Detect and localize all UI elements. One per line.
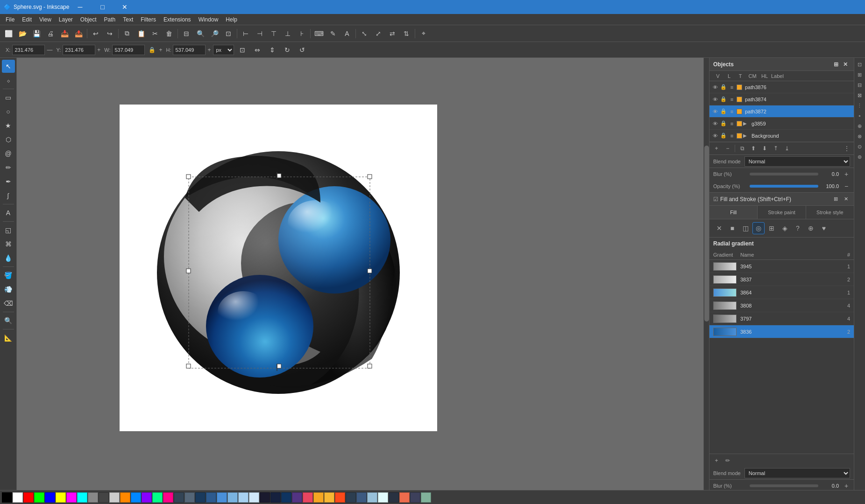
- fill-flat-button[interactable]: ■: [726, 222, 738, 234]
- transform-button[interactable]: ⤡: [358, 27, 371, 40]
- v-scrollbar[interactable]: [703, 58, 709, 497]
- handle-tc[interactable]: [277, 174, 281, 178]
- dropper-tool[interactable]: 💧: [2, 252, 15, 265]
- grad-row-3836[interactable]: 3836 2: [709, 325, 854, 338]
- menu-view[interactable]: View: [35, 15, 55, 24]
- unit-select[interactable]: px mm cm in pt: [213, 45, 234, 55]
- save-button[interactable]: 💾: [30, 27, 43, 40]
- transform3-button[interactable]: ⇄: [386, 27, 399, 40]
- redo-button[interactable]: ↪: [103, 27, 116, 40]
- new-button[interactable]: ⬜: [2, 27, 15, 40]
- handle-tr[interactable]: [368, 175, 372, 179]
- zoom-tool[interactable]: 🔍: [2, 314, 15, 327]
- handle-bc[interactable]: [277, 364, 281, 368]
- vis-icon-background[interactable]: 👁: [711, 133, 719, 139]
- tab-stroke-style[interactable]: Stroke style: [806, 206, 854, 219]
- vis-icon-path3874[interactable]: 👁: [711, 97, 719, 102]
- obj-row-path3876[interactable]: 👁 🔒 ≡ path3876: [709, 81, 854, 93]
- handle-br[interactable]: [368, 364, 372, 368]
- snap-btn-4[interactable]: ⊠: [855, 91, 865, 100]
- palette-color-293241[interactable]: [389, 492, 399, 503]
- print-button[interactable]: 🖨: [44, 27, 57, 40]
- palette-color-334455[interactable]: [174, 492, 184, 503]
- palette-color-000000[interactable]: [2, 492, 12, 503]
- obj-row-path3872[interactable]: 👁 🔒 ≡ path3872: [709, 105, 854, 118]
- transform-rot-ccw[interactable]: ↺: [296, 43, 309, 56]
- connector-tool[interactable]: ⌘: [2, 238, 15, 251]
- tab-stroke-paint[interactable]: Stroke paint: [758, 206, 806, 219]
- select-tool[interactable]: ↖: [2, 60, 15, 73]
- objects-panel-pin[interactable]: ⊞: [831, 60, 841, 69]
- fill-unknown-button[interactable]: ?: [792, 222, 804, 234]
- path-button[interactable]: ✎: [326, 27, 340, 40]
- close-button[interactable]: ✕: [114, 0, 135, 14]
- palette-color-f7b733[interactable]: [324, 492, 334, 503]
- v-scrollbar-thumb[interactable]: [704, 146, 709, 322]
- import-button[interactable]: 📥: [58, 27, 71, 40]
- lock-icon-path3872[interactable]: 🔒: [720, 108, 727, 114]
- snap-btn-10[interactable]: ⊚: [855, 152, 865, 161]
- palette-color-0f3460[interactable]: [281, 492, 291, 503]
- palette-color-0088ff[interactable]: [131, 492, 141, 503]
- palette-color-1a3a5c[interactable]: [195, 492, 206, 503]
- paste-button[interactable]: 📋: [135, 27, 148, 40]
- objects-panel-menu[interactable]: ✕: [841, 60, 850, 69]
- palette-color-3d405b[interactable]: [410, 492, 420, 503]
- spray-tool[interactable]: 💨: [2, 283, 15, 296]
- circle-tool[interactable]: ○: [2, 105, 15, 118]
- objects-blur-plus[interactable]: +: [843, 170, 850, 178]
- measure-tool[interactable]: 📐: [2, 331, 15, 344]
- text-tool[interactable]: A: [2, 206, 15, 219]
- menu-path[interactable]: Path: [100, 15, 120, 24]
- raise-object-button[interactable]: ⬆: [748, 143, 759, 154]
- tab-fill[interactable]: Fill: [709, 206, 758, 219]
- edit-gradient-button[interactable]: ✏: [723, 455, 733, 466]
- paint-bucket-tool[interactable]: 🪣: [2, 269, 15, 282]
- obj-menu-button[interactable]: ⋮: [842, 143, 852, 154]
- pen-tool[interactable]: ✒: [2, 175, 15, 188]
- palette-color-2d5a8e[interactable]: [206, 492, 216, 503]
- duplicate-object-button[interactable]: ⧉: [737, 143, 747, 154]
- obj-row-g3859[interactable]: 👁 🔒 ≡ ▶ g3859: [709, 118, 854, 130]
- palette-color-f5a623[interactable]: [313, 492, 324, 503]
- menu-text[interactable]: Text: [119, 15, 137, 24]
- minimize-button[interactable]: ─: [69, 0, 91, 14]
- pencil-tool[interactable]: ✏: [2, 161, 15, 174]
- grad-row-3808[interactable]: 3808 4: [709, 299, 854, 312]
- fill-stroke-menu[interactable]: ✕: [842, 195, 850, 203]
- palette-color-16213e[interactable]: [270, 492, 281, 503]
- zoom-select-button[interactable]: ⊡: [222, 27, 235, 40]
- fill-none-button[interactable]: ✕: [713, 222, 725, 234]
- fill-special2-button[interactable]: ♥: [818, 222, 830, 234]
- objects-opacity-track[interactable]: [750, 185, 818, 188]
- fill-linear-button[interactable]: ◫: [739, 222, 752, 234]
- transform-flip-h[interactable]: ⇔: [251, 43, 264, 56]
- lower-bottom-button[interactable]: ⤓: [782, 143, 792, 154]
- zoom-out-button[interactable]: 🔍: [194, 27, 207, 40]
- snap-btn-6[interactable]: ∘: [855, 111, 865, 120]
- palette-color-888888[interactable]: [88, 492, 98, 503]
- rect-tool[interactable]: ▭: [2, 91, 15, 104]
- menu-filters[interactable]: Filters: [137, 15, 160, 24]
- palette-color-ee6c4d[interactable]: [399, 492, 410, 503]
- raise-top-button[interactable]: ⤒: [771, 143, 781, 154]
- fill-radial-button[interactable]: ◎: [752, 222, 765, 234]
- grad-row-3797[interactable]: 3797 4: [709, 312, 854, 325]
- palette-color-e94560[interactable]: [303, 492, 313, 503]
- vis-icon-path3872[interactable]: 👁: [711, 109, 719, 114]
- menu-window[interactable]: Window: [195, 15, 222, 24]
- menu-layer[interactable]: Layer: [55, 15, 77, 24]
- palette-color-556677[interactable]: [184, 492, 195, 503]
- h-input[interactable]: [173, 45, 206, 55]
- transform4-button[interactable]: ⇅: [400, 27, 413, 40]
- palette-color-fc4a1a[interactable]: [335, 492, 345, 503]
- palette-color-1a1a2e[interactable]: [260, 492, 270, 503]
- palette-color-2c3e50[interactable]: [346, 492, 356, 503]
- star-tool[interactable]: ★: [2, 119, 15, 132]
- lock-proportions-button[interactable]: 🔒: [147, 45, 157, 55]
- snap-btn-5[interactable]: ⋮: [855, 101, 865, 110]
- palette-color-ff8800[interactable]: [120, 492, 130, 503]
- grad-row-3864[interactable]: 3864 1: [709, 286, 854, 299]
- canvas-area[interactable]: [17, 58, 709, 504]
- transform-lock-button[interactable]: ⊡: [236, 43, 249, 56]
